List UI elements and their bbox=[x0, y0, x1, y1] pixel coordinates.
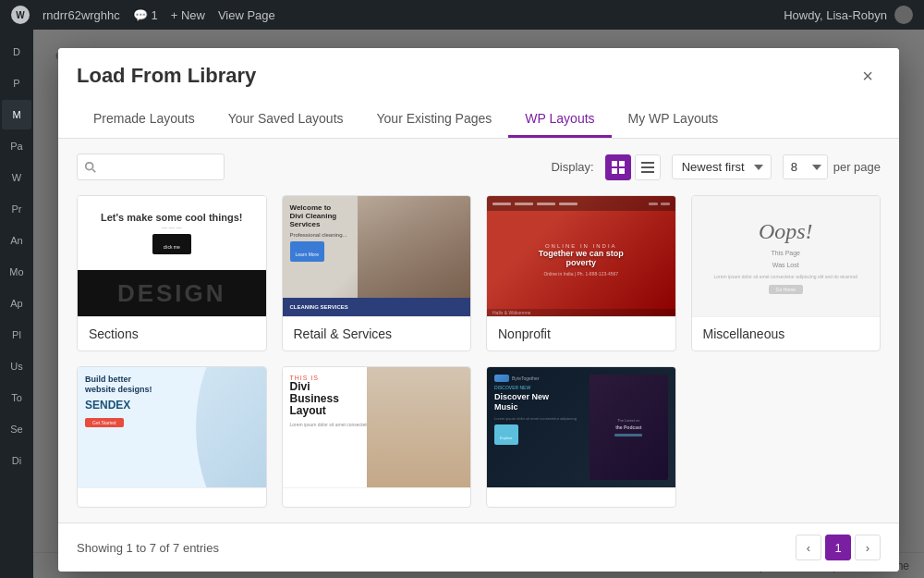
sidebar-icon-posts[interactable]: Pa bbox=[2, 131, 31, 161]
sidebar-icon-divi[interactable]: Di bbox=[2, 446, 31, 475]
tab-my-wp-layouts[interactable]: My WP Layouts bbox=[612, 102, 736, 138]
sidebar-icon-plugins[interactable]: Pl bbox=[2, 320, 31, 350]
layout-card-business[interactable]: This is DiviBusinessLayout Lorem ipsum d… bbox=[282, 366, 472, 508]
wp-sidebar: D P M Pa W Pr An Mo Ap Pl Us To Se Di bbox=[0, 30, 33, 578]
modal-close-button[interactable]: × bbox=[855, 63, 881, 89]
svg-rect-4 bbox=[612, 168, 617, 174]
svg-rect-7 bbox=[641, 166, 654, 168]
display-label: Display: bbox=[551, 160, 593, 174]
pagination-prev[interactable]: ‹ bbox=[796, 535, 821, 560]
toolbar-right: Display: bbox=[551, 154, 881, 180]
modal-footer: Showing 1 to 7 of 7 entries ‹ 1 › bbox=[58, 523, 899, 572]
admin-bar-left: W rndrr62wrghhc 💬 1 + New View Page bbox=[11, 6, 275, 24]
wp-logo[interactable]: W bbox=[11, 6, 30, 24]
layout-card-misc[interactable]: Oops! This Page Was Lost Lorem ipsum dol… bbox=[691, 195, 881, 351]
footer-info: Showing 1 to 7 of 7 entries bbox=[77, 541, 219, 555]
layout-card-retail[interactable]: Welcome toDivi CleaningServices Professi… bbox=[282, 195, 472, 351]
nonprofit-tagline: Together we can stoppoverty bbox=[539, 249, 624, 267]
sidebar-icon-tools[interactable]: To bbox=[2, 383, 31, 412]
music-headline: Discover NewMusic bbox=[494, 392, 586, 412]
search-input[interactable] bbox=[77, 154, 225, 180]
layout-card-music[interactable]: ByteTogether Discover New Discover NewMu… bbox=[486, 366, 676, 508]
card-label-music bbox=[487, 487, 675, 507]
music-logo bbox=[494, 375, 509, 382]
search-icon bbox=[84, 161, 97, 174]
load-from-library-modal: Load From Library × Premade Layouts Your… bbox=[58, 48, 899, 572]
comment-count: 💬 1 bbox=[133, 8, 158, 22]
tab-existing-pages[interactable]: Your Existing Pages bbox=[360, 102, 509, 138]
list-view-button[interactable] bbox=[635, 154, 661, 180]
layout-card-sendex[interactable]: Build betterwebsite designs! SENDEX Get … bbox=[77, 366, 267, 508]
modal-toolbar: Display: bbox=[77, 154, 881, 180]
sidebar-icon-users[interactable]: Us bbox=[2, 351, 31, 381]
card-thumb-misc: Oops! This Page Was Lost Lorem ipsum dol… bbox=[692, 196, 881, 316]
card-label-nonprofit: Nonprofit bbox=[487, 316, 675, 350]
svg-rect-8 bbox=[641, 171, 654, 173]
svg-line-1 bbox=[92, 169, 95, 172]
modal-title: Load From Library bbox=[77, 64, 256, 88]
tab-premade-layouts[interactable]: Premade Layouts bbox=[77, 102, 212, 138]
sidebar-icon-dashboard[interactable]: D bbox=[2, 37, 31, 67]
sort-select[interactable]: Newest first Oldest first A-Z Z-A bbox=[672, 154, 772, 179]
per-page-wrapper: 8 16 24 48 per page bbox=[783, 154, 881, 179]
sidebar-icon-media[interactable]: M bbox=[2, 100, 31, 129]
card-label-misc: Miscellaneous bbox=[692, 316, 881, 350]
sidebar-icon-pages[interactable]: P bbox=[2, 68, 31, 98]
business-person-image bbox=[367, 367, 470, 487]
layout-card-nonprofit[interactable]: Online in India Together we can stoppove… bbox=[486, 195, 676, 351]
music-tag: Discover New bbox=[494, 385, 586, 390]
sections-design-bg: DESIGN bbox=[78, 270, 266, 316]
modal-tabs: Premade Layouts Your Saved Layouts Your … bbox=[77, 102, 881, 138]
misc-subtitle2: Was Lost bbox=[772, 262, 799, 268]
music-thumb: ByteTogether Discover New Discover NewMu… bbox=[487, 367, 675, 487]
search-wrapper bbox=[77, 154, 225, 180]
new-button[interactable]: + New bbox=[171, 8, 205, 22]
svg-point-0 bbox=[86, 162, 93, 169]
main-content: excerpts: Load From Library × Premade La… bbox=[33, 30, 924, 578]
retail-hero: Welcome toDivi CleaningServices Professi… bbox=[283, 196, 471, 298]
tab-wp-layouts[interactable]: WP Layouts bbox=[508, 102, 611, 138]
retail-hero-text: Welcome toDivi CleaningServices Professi… bbox=[283, 196, 355, 298]
nonprofit-hero: Online in India Together we can stoppove… bbox=[487, 211, 675, 309]
per-page-select[interactable]: 8 16 24 48 bbox=[783, 154, 828, 179]
nonprofit-bar: Hallo & Wäkomme bbox=[487, 309, 675, 316]
modal-overlay: Load From Library × Premade Layouts Your… bbox=[33, 30, 924, 578]
retail-logo: CLEANING SERVICES bbox=[290, 304, 348, 310]
sidebar-icon-analytics[interactable]: An bbox=[2, 226, 31, 255]
card-label-sections: Sections bbox=[78, 316, 266, 350]
sidebar-icon-appearance[interactable]: Ap bbox=[2, 289, 31, 318]
misc-subtitle: This Page bbox=[771, 250, 800, 256]
site-name[interactable]: rndrr62wrghhc bbox=[43, 8, 120, 22]
view-page-link[interactable]: View Page bbox=[218, 8, 275, 22]
retail-nav: CLEANING SERVICES bbox=[283, 298, 471, 316]
display-buttons bbox=[605, 154, 661, 180]
pagination: ‹ 1 › bbox=[796, 535, 881, 560]
pagination-next[interactable]: › bbox=[855, 535, 881, 560]
sections-design-text: DESIGN bbox=[117, 279, 226, 308]
misc-thumb: Oops! This Page Was Lost Lorem ipsum dol… bbox=[692, 196, 881, 316]
card-label-sendex bbox=[78, 487, 266, 507]
pagination-page-1[interactable]: 1 bbox=[825, 535, 851, 560]
tab-saved-layouts[interactable]: Your Saved Layouts bbox=[212, 102, 360, 138]
card-label-business bbox=[283, 487, 471, 507]
list-icon bbox=[641, 161, 654, 174]
admin-bar: W rndrr62wrghhc 💬 1 + New View Page Howd… bbox=[0, 0, 924, 30]
layout-card-sections[interactable]: Let's make some cool things! — — — click… bbox=[77, 195, 267, 351]
sidebar-icon-settings[interactable]: Se bbox=[2, 414, 31, 444]
modal-title-row: Load From Library × bbox=[77, 63, 881, 89]
sections-top: Let's make some cool things! — — — click… bbox=[78, 196, 266, 270]
nonprofit-nav bbox=[487, 196, 675, 211]
sections-main-text: Let's make some cool things! bbox=[101, 212, 243, 223]
sidebar-icon-marketing[interactable]: Mo bbox=[2, 257, 31, 287]
grid-view-button[interactable] bbox=[605, 154, 631, 180]
user-avatar[interactable] bbox=[894, 6, 913, 24]
music-left: ByteTogether Discover New Discover NewMu… bbox=[494, 375, 586, 480]
svg-rect-2 bbox=[612, 161, 617, 166]
nonprofit-thumb: Online in India Together we can stoppove… bbox=[487, 196, 675, 316]
sidebar-icon-products[interactable]: Pr bbox=[2, 194, 31, 224]
misc-oops-text: Oops! bbox=[759, 219, 813, 244]
modal-body: Display: bbox=[58, 139, 899, 523]
music-body: Lorem ipsum dolor sit amet consectetur a… bbox=[494, 416, 586, 422]
sidebar-icon-woo[interactable]: W bbox=[2, 163, 31, 192]
card-thumb-sendex: Build betterwebsite designs! SENDEX Get … bbox=[78, 367, 266, 487]
